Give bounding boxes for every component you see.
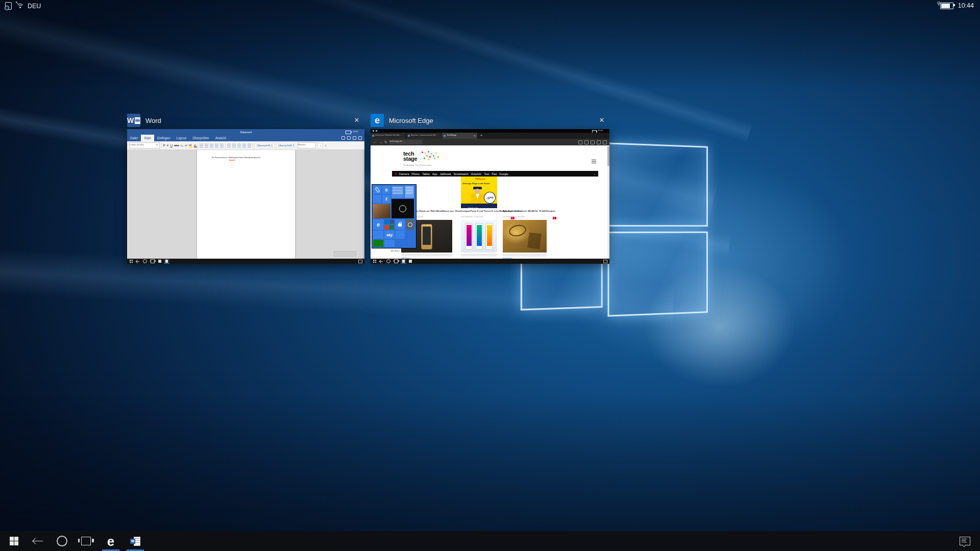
- style-heading2: Überschrift 2: [276, 143, 296, 148]
- word-icon: W: [130, 537, 140, 546]
- word-page: Die Feuerwehren in Salzburg bei hoher Ei…: [197, 150, 295, 259]
- article-3: Bitburger: kostenloses WLAN für 70.000 K…: [503, 206, 547, 259]
- tab-close-icon: ✕: [474, 134, 476, 137]
- clock: 10:44: [958, 2, 974, 9]
- mini-taskview-icon: [151, 259, 155, 263]
- action-center-button[interactable]: [953, 531, 976, 551]
- nav-dot-icon: [395, 173, 397, 174]
- tile-camera: [406, 219, 414, 230]
- word-tab-layout: Layout: [174, 135, 190, 141]
- action-center-icon: [960, 537, 970, 545]
- tile-messaging: [373, 195, 381, 203]
- article-2: Coolpad Porto S und Torino S: Low-Budget…: [461, 206, 497, 259]
- mini-taskview-icon: [394, 259, 398, 263]
- discount-circle: -37%: [483, 191, 497, 205]
- highlight-button: ab: [189, 143, 192, 147]
- edge-statusbar: 10:44: [371, 129, 609, 133]
- tile-sky: sky: [384, 231, 395, 239]
- style-heading1: Überschrift 1: [255, 143, 275, 148]
- find-icon: ⌕: [325, 144, 326, 147]
- card-title-edge: Microsoft Edge: [389, 117, 433, 124]
- word-document-area: Die Feuerwehren in Salzburg bei hoher Ei…: [127, 150, 364, 259]
- font-color-button: A: [194, 144, 196, 147]
- annotate-icon: [597, 140, 601, 144]
- word-tab-ueberpruefen: Überprüfen: [189, 135, 212, 141]
- mini-clock: 10:44: [353, 130, 358, 133]
- word-taskbar-button[interactable]: W: [123, 531, 148, 551]
- task-view-button[interactable]: [74, 531, 98, 551]
- edge-window-thumbnail[interactable]: 10:44 Deutsche Telekom: Bis Mo… Browser:…: [371, 129, 609, 264]
- mini-clock: 10:44: [598, 129, 603, 132]
- mini-start-icon: [373, 260, 376, 263]
- tile-notes: [405, 186, 414, 198]
- tile-app: [396, 231, 405, 239]
- new-tab-icon: +: [478, 133, 485, 139]
- back-button[interactable]: [26, 531, 50, 551]
- cortana-circle-icon: [57, 536, 67, 546]
- mini-word-icon-active: [164, 259, 169, 264]
- close-edge-button[interactable]: ✕: [597, 116, 606, 125]
- language-indicator[interactable]: DEU: [28, 3, 41, 10]
- taskview-card-edge[interactable]: e Microsoft Edge ✕ 10:44 Deutsche Teleko…: [371, 113, 609, 264]
- card-title-word: Word: [145, 117, 161, 124]
- tile-excel: [389, 225, 394, 230]
- numbered-list-icon: [205, 144, 208, 147]
- word-zoom-control: [334, 251, 356, 257]
- card-header-word: W Word ✕: [127, 113, 364, 128]
- tile-store: [395, 219, 405, 230]
- word-ribbon-tabs: Datei Start Einfügen Layout Überprüfen A…: [127, 135, 364, 141]
- superscript-button: x²: [185, 144, 187, 147]
- nav-more-icon: ›: [594, 172, 595, 176]
- edge-tab-3-active: TechStage ✕: [442, 133, 478, 139]
- word-window-thumbnail[interactable]: Dokument 10:44 Datei Start Einfügen Layo…: [127, 129, 364, 264]
- page-scrollbar: [607, 145, 609, 259]
- mini-battery-icon: [346, 131, 351, 134]
- cortana-search-button[interactable]: [50, 531, 74, 551]
- spellcheck-squiggle: [229, 160, 235, 161]
- status-bar: ↖ DEU ⚲ 10:44: [0, 0, 980, 12]
- mini-cortana-icon: [386, 259, 390, 263]
- align-center-icon: [232, 144, 236, 147]
- ad-headline: Günstige Flüge in die Sonne: [462, 183, 473, 184]
- edge-tab-bar: Deutsche Telekom: Bis Mo… Browser: Conti…: [371, 133, 609, 139]
- techstage-logo: tech stage: [403, 152, 417, 161]
- strikethrough-button: abc: [174, 144, 179, 147]
- start-button[interactable]: [2, 531, 26, 551]
- task-view-icon: [81, 537, 91, 545]
- tile-word: [389, 219, 394, 224]
- favicon: [372, 135, 374, 137]
- mini-back-icon: [380, 260, 383, 263]
- multilevel-list-icon: [210, 144, 213, 147]
- logo-color-spray: [422, 152, 423, 153]
- word-tab-datei: Datei: [127, 135, 141, 141]
- styles-dropdown-chevron: ⌄: [317, 143, 323, 148]
- refresh-icon: ↻: [384, 140, 387, 144]
- back-icon: ←: [373, 140, 377, 144]
- edge-mini-taskbar: [371, 259, 609, 264]
- word-ribbon: Calibri (Textkö 11 F K U abc x₂ x² ab A: [127, 141, 364, 150]
- favorite-icon: [584, 140, 589, 144]
- article-image-pub: [503, 220, 547, 253]
- tile-calendar: [391, 186, 404, 198]
- subscript-button: x₂: [181, 144, 183, 147]
- tile-cortana: [391, 199, 414, 218]
- mini-edge-icon: [158, 260, 161, 263]
- more-icon: [603, 140, 607, 144]
- word-titlebar-icons: [341, 135, 364, 141]
- mini-cortana-icon: [143, 259, 147, 263]
- tile-facebook: f: [382, 195, 390, 203]
- forward-icon: →: [379, 140, 382, 144]
- article-image-phone-trio: [461, 220, 497, 253]
- edge-taskbar-button[interactable]: e: [99, 531, 123, 551]
- comment-badge: 1: [553, 217, 556, 219]
- tile-edge: e: [373, 219, 383, 230]
- taskview-card-word[interactable]: W Word ✕ Dokument 10:44 Datei Start Einf…: [127, 113, 364, 264]
- font-name-box: Calibri (Textkö 11: [129, 142, 160, 148]
- mini-start-icon: [130, 260, 133, 263]
- edge-icon: e: [107, 535, 114, 548]
- desktop: ↖ DEU ⚲ 10:44 W Word ✕ Dokument 10:44: [0, 0, 980, 551]
- bullet-list-icon: [200, 144, 203, 147]
- word-tab-ansicht: Ansicht: [212, 135, 229, 141]
- article-teaser: [461, 254, 497, 257]
- close-word-button[interactable]: ✕: [352, 116, 361, 125]
